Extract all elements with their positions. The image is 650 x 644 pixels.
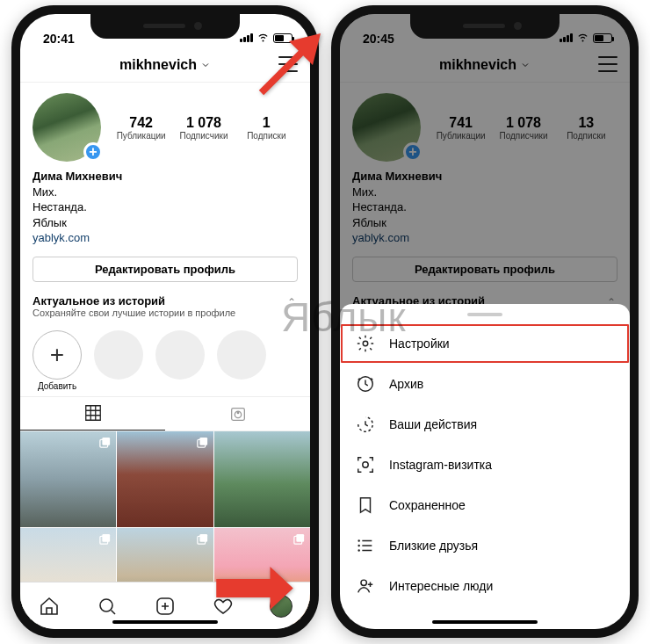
carousel-icon (98, 436, 112, 449)
gear-icon (356, 334, 375, 353)
chevron-down-icon (200, 60, 211, 70)
chevron-up-icon: ⌃ (287, 296, 296, 308)
username-label: mikhnevich (439, 57, 516, 73)
bio-link[interactable]: yablyk.com (352, 230, 618, 246)
menu-label: Близкие друзья (389, 539, 478, 553)
highlights-title: Актуальное из историй (32, 294, 298, 308)
menu-label: Интересные люди (389, 579, 493, 593)
menu-label: Сохраненное (389, 498, 466, 512)
svg-rect-11 (296, 534, 304, 542)
stat-posts[interactable]: 742 Публикации (110, 115, 172, 141)
add-story-badge[interactable]: + (83, 142, 103, 162)
svg-rect-0 (231, 408, 244, 420)
status-time: 20:41 (43, 32, 75, 46)
edit-profile-button[interactable]: Редактировать профиль (352, 257, 618, 282)
menu-discover[interactable]: Интересные люди (340, 566, 630, 606)
bio-line: Яблык (32, 215, 298, 231)
nav-home[interactable] (20, 582, 78, 629)
highlights-section[interactable]: Актуальное из историй Сохраняйте свои лу… (20, 291, 310, 325)
sheet-handle[interactable] (467, 313, 502, 316)
post-thumb[interactable] (20, 431, 116, 527)
tab-tagged[interactable] (165, 397, 310, 431)
bio-name: Дима Михневич (352, 169, 618, 185)
stat-posts-value: 742 (110, 115, 172, 131)
stat-following-value: 13 (555, 115, 618, 131)
home-indicator[interactable] (432, 620, 538, 624)
stat-followers[interactable]: 1 078 Подписчики (492, 115, 554, 141)
wifi-icon (576, 30, 589, 46)
bio-name: Дима Михневич (32, 169, 298, 185)
carousel-icon (196, 436, 209, 449)
status-time: 20:45 (363, 32, 394, 46)
menu-label: Instagram-визитка (389, 458, 492, 472)
menu-activity[interactable]: Ваши действия (340, 404, 630, 445)
stat-followers[interactable]: 1 078 Подписчики (172, 115, 235, 141)
tagged-icon (228, 404, 248, 423)
bio: Дима Михневич Мих. Нестанда. Яблык yably… (20, 167, 310, 253)
stat-following-value: 1 (235, 115, 298, 131)
bio-line: Мих. (32, 185, 298, 200)
menu-settings[interactable]: Настройки (340, 323, 630, 364)
notch (410, 14, 560, 39)
avatar[interactable]: + (352, 93, 421, 162)
menu-nametag[interactable]: Instagram-визитка (340, 445, 630, 485)
annotation-arrow-bottom (215, 561, 294, 626)
phone-left: 20:41 mikhnevich + (11, 5, 319, 638)
highlight-placeholder (94, 330, 143, 380)
stat-posts[interactable]: 741 Публикации (430, 115, 492, 141)
highlight-placeholder (155, 330, 205, 380)
phone-right: 20:45 mikhnevich (331, 5, 639, 638)
menu-sheet: Настройки Архив Ваши действия Instagram-… (340, 304, 630, 629)
bio-link[interactable]: yablyk.com (32, 230, 298, 246)
stat-followers-label: Подписчики (172, 131, 235, 141)
stat-following[interactable]: 1 Подписки (235, 115, 298, 141)
comparison-stage: Яблык 20:41 mikhnevich (0, 0, 650, 644)
signal-icon (560, 33, 573, 42)
edit-profile-button[interactable]: Редактировать профиль (32, 257, 298, 282)
add-story-badge[interactable]: + (403, 142, 422, 162)
carousel-icon (196, 532, 209, 546)
highlight-placeholder (217, 330, 266, 380)
screen-right: 20:45 mikhnevich (340, 14, 630, 629)
profile-summary: + 741 Публикации 1 078 Подписчики 13 (340, 83, 630, 167)
bio-line: Яблык (352, 215, 618, 231)
search-icon (97, 596, 118, 617)
post-thumb[interactable] (117, 431, 213, 527)
stat-following-label: Подписки (235, 131, 298, 141)
post-thumb[interactable] (214, 431, 310, 527)
hamburger-menu-button[interactable] (598, 56, 618, 72)
username-label: mikhnevich (119, 57, 197, 73)
stat-following[interactable]: 13 Подписки (555, 115, 618, 141)
svg-point-21 (358, 545, 359, 546)
discover-people-icon (356, 576, 375, 596)
home-icon (39, 596, 60, 617)
menu-saved[interactable]: Сохраненное (340, 485, 630, 525)
menu-close-friends[interactable]: Близкие друзья (340, 525, 630, 566)
stat-posts-value: 741 (430, 115, 492, 131)
svg-marker-15 (259, 33, 321, 95)
svg-point-23 (361, 580, 366, 585)
svg-point-19 (363, 462, 368, 467)
menu-label: Ваши действия (389, 417, 477, 431)
username-switcher[interactable]: mikhnevich (439, 57, 531, 73)
highlights-row: + Добавить (20, 325, 310, 396)
stat-followers-label: Подписчики (492, 131, 554, 141)
home-indicator[interactable] (112, 620, 218, 624)
menu-archive[interactable]: Архив (340, 364, 630, 404)
svg-point-13 (100, 599, 112, 611)
battery-icon (593, 33, 612, 43)
svg-point-20 (358, 539, 359, 541)
list-icon (356, 536, 375, 555)
bio: Дима Михневич Мих. Нестанда. Яблык yably… (340, 167, 630, 253)
add-highlight-button[interactable]: + (32, 330, 82, 380)
bio-line: Нестанда. (32, 199, 298, 215)
svg-rect-3 (103, 438, 111, 445)
carousel-icon (292, 532, 306, 546)
avatar[interactable]: + (32, 93, 101, 162)
stat-followers-value: 1 078 (172, 115, 235, 131)
username-switcher[interactable]: mikhnevich (119, 57, 211, 73)
svg-point-2 (236, 412, 239, 415)
annotation-arrow-top (242, 33, 321, 116)
menu-label: Настройки (389, 336, 450, 351)
tab-grid[interactable] (20, 397, 165, 431)
